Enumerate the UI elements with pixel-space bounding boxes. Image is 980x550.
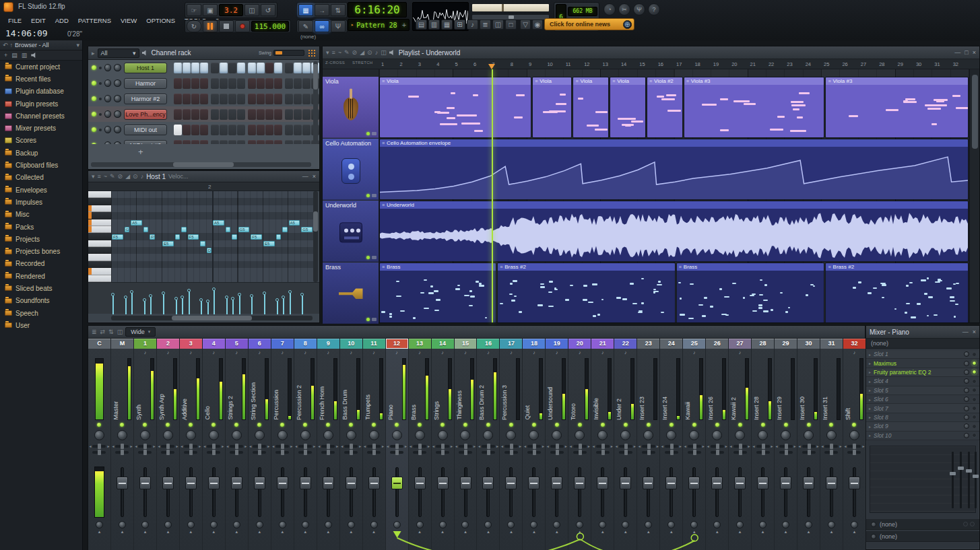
channel-button-harmor[interactable]: Harmor: [124, 78, 167, 89]
step-cell[interactable]: [248, 109, 256, 120]
slot-enable-led[interactable]: [972, 433, 977, 438]
strip-fader[interactable]: [614, 465, 636, 520]
cut-button[interactable]: ✂: [618, 3, 630, 15]
piano-note[interactable]: [200, 241, 205, 246]
minimize-icon[interactable]: —: [302, 173, 308, 180]
mini-slider[interactable]: [550, 445, 564, 448]
step-cell[interactable]: [274, 78, 282, 89]
browser-item-speech[interactable]: Speech: [0, 307, 82, 319]
center-button[interactable]: ◉: [532, 20, 543, 30]
right-arrow-icon[interactable]: ▸: [359, 444, 361, 448]
playlist-track-header-brass[interactable]: Brass: [323, 263, 379, 324]
strip-tab[interactable]: 18: [523, 339, 545, 349]
step-cell[interactable]: [265, 78, 273, 89]
stop-button[interactable]: [219, 20, 234, 32]
velocity-stem[interactable]: [125, 298, 127, 314]
mini-slider[interactable]: [459, 451, 472, 454]
left-arrow-icon[interactable]: ◂: [524, 444, 526, 448]
strip-fader[interactable]: [340, 465, 362, 520]
mini-slider[interactable]: [344, 445, 358, 448]
browser-view-icon[interactable]: ▤: [11, 52, 18, 59]
right-arrow-icon[interactable]: ▸: [107, 444, 109, 448]
tool-icon[interactable]: ≡: [332, 49, 335, 56]
left-arrow-icon[interactable]: ◂: [661, 444, 663, 448]
strip-tab[interactable]: 3: [180, 339, 202, 349]
strip-led[interactable]: [317, 421, 339, 428]
fader-handle[interactable]: [688, 477, 700, 489]
rack-hscrollbar[interactable]: [91, 162, 311, 167]
velocity-stem[interactable]: [176, 300, 177, 314]
mini-slider[interactable]: [665, 451, 678, 454]
strip-tab[interactable]: 10: [340, 339, 362, 349]
strip-tab[interactable]: 7: [271, 339, 294, 349]
mixer-strip-insert-30[interactable]: 30Insert 30◂▸▴: [797, 339, 820, 550]
track-mute-led[interactable]: [366, 194, 370, 197]
left-arrow-icon[interactable]: ◂: [112, 444, 114, 448]
mini-handle[interactable]: [716, 444, 719, 449]
route-arrow-icon[interactable]: ▴: [395, 529, 398, 534]
right-arrow-icon[interactable]: ▸: [290, 444, 292, 448]
mixer-strip-insert-26[interactable]: 26Insert 26◂▸▴: [706, 339, 729, 550]
step-cell[interactable]: [191, 125, 199, 135]
fader-handle[interactable]: [620, 477, 631, 489]
minimize-icon[interactable]: —: [954, 49, 960, 56]
browser-item-collected[interactable]: Collected: [0, 172, 82, 184]
mini-handle[interactable]: [739, 444, 742, 449]
strip-fader[interactable]: [568, 465, 591, 520]
fader-handle[interactable]: [391, 477, 403, 489]
browser-item-recent-files[interactable]: Recent files: [0, 73, 82, 85]
piano-note[interactable]: F5: [112, 234, 123, 240]
mixer-strip-insert-28[interactable]: 28Insert 28◂▸▴: [752, 339, 775, 550]
right-arrow-icon[interactable]: ▸: [657, 444, 659, 448]
mini-handle[interactable]: [350, 444, 353, 449]
step-cell[interactable]: [274, 63, 282, 73]
mini-slider[interactable]: [504, 451, 518, 454]
browser-item-channel-presets[interactable]: Channel presets: [0, 110, 82, 122]
step-cell[interactable]: [237, 109, 245, 120]
route-knob[interactable]: [256, 521, 263, 528]
fader-handle[interactable]: [826, 477, 837, 489]
strip-pan-knob[interactable]: [409, 428, 431, 442]
mini-handle[interactable]: [853, 450, 856, 455]
strip-led[interactable]: [386, 421, 408, 428]
playlist-track-header-cello-automation[interactable]: Cello Automation: [323, 139, 379, 200]
strip-tab[interactable]: 5: [226, 339, 248, 349]
piano-note[interactable]: A5: [213, 220, 224, 226]
step-cell[interactable]: [257, 63, 265, 73]
mini-slider[interactable]: [207, 451, 220, 454]
fader-handle[interactable]: [162, 477, 174, 489]
velocity-stem[interactable]: [207, 302, 209, 314]
tool-icon[interactable]: ♪: [375, 49, 379, 56]
sleep-timer-button[interactable]: ◔: [603, 3, 616, 15]
mini-slider[interactable]: [390, 451, 403, 454]
fx-output-row[interactable]: (none): [866, 519, 979, 530]
pattern-add-icon[interactable]: +: [402, 22, 406, 29]
mini-handle[interactable]: [624, 444, 628, 449]
fader-handle[interactable]: [966, 469, 972, 473]
strip-tab[interactable]: 2: [157, 339, 179, 349]
step-cell[interactable]: [200, 94, 208, 104]
step-cell[interactable]: [302, 125, 311, 135]
step-cell[interactable]: [211, 94, 219, 104]
fader-handle[interactable]: [437, 477, 449, 489]
strip-fader[interactable]: [706, 465, 728, 520]
route-arrow-icon[interactable]: ▴: [190, 529, 193, 534]
mixer-strip-piano[interactable]: 12♪Piano◂▸▴: [386, 339, 409, 550]
step-cell[interactable]: [294, 109, 302, 120]
send-fader-1[interactable]: [950, 452, 956, 508]
clip-cello-automation-envelope[interactable]: ≡Cello Automation envelope: [379, 139, 969, 200]
channel-enable-led[interactable]: [92, 81, 96, 85]
browser-back-icon[interactable]: ↶: [3, 42, 8, 48]
step-cell[interactable]: [274, 125, 282, 135]
master-volume-slider[interactable]: [471, 3, 550, 12]
mini-slider[interactable]: [596, 451, 610, 454]
slot-mix-knob[interactable]: [964, 397, 969, 402]
mixer-strip-totoro[interactable]: 20♪Totoro◂▸▴: [568, 339, 591, 550]
left-arrow-icon[interactable]: ◂: [478, 444, 480, 448]
tool-icon[interactable]: ▾: [326, 49, 329, 56]
right-arrow-icon[interactable]: ▸: [611, 444, 613, 448]
browser-item-misc[interactable]: Misc: [0, 209, 82, 221]
left-arrow-icon[interactable]: ◂: [776, 444, 778, 448]
piano-note[interactable]: E5: [263, 241, 275, 246]
route-knob[interactable]: [667, 521, 675, 528]
